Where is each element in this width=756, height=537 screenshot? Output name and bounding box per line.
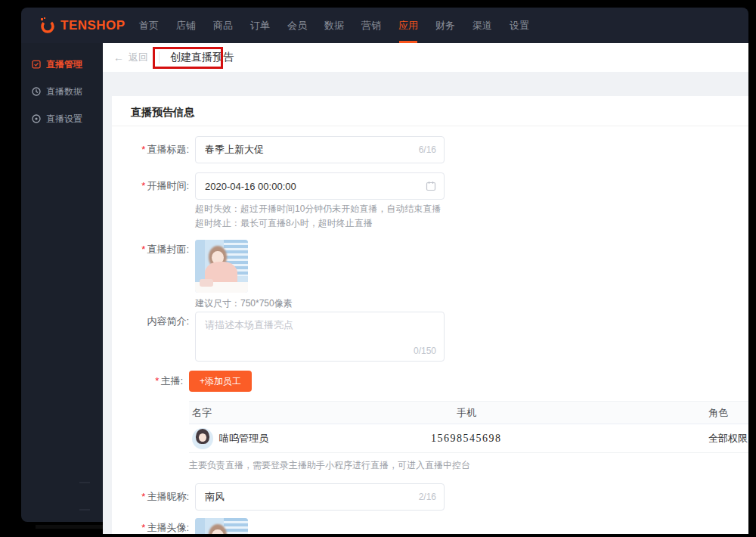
required-mark: * xyxy=(141,522,145,533)
table-row[interactable]: 喵呜管理员 15698545698 全部权限 xyxy=(189,424,748,453)
title-input-value: 春季上新大促 xyxy=(205,143,264,157)
add-staff-button[interactable]: +添加员工 xyxy=(189,371,252,392)
page-header: ← 返回 创建直播预告 xyxy=(103,43,748,72)
sidebar-faint-divider xyxy=(79,482,90,483)
cover-image[interactable] xyxy=(195,240,248,293)
field-label: *主播头像: xyxy=(112,518,195,534)
brand-name: TENSHOP xyxy=(60,18,125,33)
nav-item-finance[interactable]: 财务 xyxy=(435,8,455,43)
title-char-counter: 6/16 xyxy=(419,144,436,155)
sidebar-item-label: 直播设置 xyxy=(46,113,82,126)
nav-item-orders[interactable]: 订单 xyxy=(250,8,270,43)
top-navbar: TENSHOP 首页 店铺 商品 订单 会员 数据 营销 应用 财务 渠道 设置 xyxy=(21,8,748,43)
nickname-value: 南风 xyxy=(205,490,225,504)
broadcast-form: *直播标题: 春季上新大促 6/16 *开播时间: 2020-04-16 00:… xyxy=(112,126,748,534)
main-nav: 首页 店铺 商品 订单 会员 数据 营销 应用 财务 渠道 设置 xyxy=(139,8,529,43)
anchor-tip: 主要负责直播，需要登录主播助手小程序进行直播，可进入直播中控台 xyxy=(189,459,748,472)
main-content: ← 返回 创建直播预告 直播预告信息 *直播标题: 春季上新大促 6/16 xyxy=(103,43,748,534)
nav-item-members[interactable]: 会员 xyxy=(287,8,307,43)
nav-item-data[interactable]: 数据 xyxy=(324,8,344,43)
field-label: *主播昵称: xyxy=(112,483,195,511)
section-title: 直播预告信息 xyxy=(112,96,748,126)
sidebar: 直播管理 直播数据 直播设置 xyxy=(21,43,103,522)
back-arrow-icon[interactable]: ← xyxy=(113,51,124,64)
field-label: *主播: xyxy=(112,371,189,472)
anchor-phone: 15698545698 xyxy=(431,433,685,445)
anchor-name: 喵呜管理员 xyxy=(219,432,268,445)
field-row-cover: *直播封面: 建议尺寸：750*750像素 xyxy=(112,240,748,310)
form-card: 直播预告信息 *直播标题: 春季上新大促 6/16 *开播时间: xyxy=(112,96,748,534)
field-row-nickname: *主播昵称: 南风 2/16 xyxy=(112,483,748,511)
app-frame: TENSHOP 首页 店铺 商品 订单 会员 数据 营销 应用 财务 渠道 设置… xyxy=(0,0,756,537)
required-mark: * xyxy=(141,244,145,255)
time-tip-line: 超时终止：最长可直播8小时，超时终止直播 xyxy=(195,216,445,231)
field-label: 内容简介: xyxy=(112,312,195,362)
required-mark: * xyxy=(141,180,145,191)
field-label: *直播标题: xyxy=(112,136,195,163)
description-textarea[interactable] xyxy=(196,312,444,361)
col-header-role: 角色 xyxy=(685,406,748,420)
anchor-role: 全部权限 xyxy=(685,432,748,445)
tenshop-logo-icon xyxy=(39,17,56,34)
back-button[interactable]: 返回 xyxy=(129,51,148,64)
sidebar-item-live-data[interactable]: 直播数据 xyxy=(21,78,103,105)
nav-item-channels[interactable]: 渠道 xyxy=(472,8,492,43)
nickname-char-counter: 2/16 xyxy=(419,492,436,502)
broadcast-settings-icon xyxy=(31,113,42,124)
page-title: 创建直播预告 xyxy=(170,51,234,64)
nav-item-settings[interactable]: 设置 xyxy=(510,8,529,43)
sidebar-item-live-settings[interactable]: 直播设置 xyxy=(21,105,103,132)
cover-size-hint: 建议尺寸：750*750像素 xyxy=(195,297,293,310)
col-header-phone: 手机 xyxy=(431,406,685,420)
anchor-avatar xyxy=(192,428,213,449)
time-tips: 超时失效：超过开播时间10分钟仍未开始直播，自动结束直播 超时终止：最长可直播8… xyxy=(195,202,445,231)
anchor-table-header: 名字 手机 角色 xyxy=(189,402,748,424)
header-divider xyxy=(159,51,160,64)
nickname-input[interactable]: 南风 2/16 xyxy=(195,483,445,511)
broadcast-data-icon xyxy=(31,86,42,97)
sidebar-item-label: 直播管理 xyxy=(46,58,82,71)
col-header-name: 名字 xyxy=(189,406,431,420)
sidebar-item-live-manage[interactable]: 直播管理 xyxy=(21,51,103,78)
field-label: *直播封面: xyxy=(112,240,195,310)
nav-item-apps[interactable]: 应用 xyxy=(398,8,418,43)
field-row-description: 内容简介: 0/150 xyxy=(112,312,748,362)
field-label: *开播时间: xyxy=(112,172,195,231)
sidebar-faint-divider xyxy=(79,509,90,511)
anchor-table: 名字 手机 角色 喵呜管理员 xyxy=(189,401,748,453)
brand-logo[interactable]: TENSHOP xyxy=(39,17,129,34)
required-mark: * xyxy=(141,491,145,502)
field-row-anchor: *主播: +添加员工 名字 手机 角色 xyxy=(112,371,748,472)
calendar-icon[interactable] xyxy=(426,181,436,191)
description-char-counter: 0/150 xyxy=(414,346,436,356)
time-tip-line: 超时失效：超过开播时间10分钟仍未开始直播，自动结束直播 xyxy=(195,202,445,216)
field-row-start-time: *开播时间: 2020-04-16 00:00:00 xyxy=(112,172,748,231)
field-row-title: *直播标题: 春季上新大促 6/16 xyxy=(112,136,748,163)
nav-item-shop[interactable]: 店铺 xyxy=(176,8,196,43)
required-mark: * xyxy=(141,144,145,155)
description-textarea-wrap: 0/150 xyxy=(195,312,445,362)
anchor-avatar-image[interactable] xyxy=(195,518,248,534)
broadcast-manage-icon xyxy=(31,59,42,70)
nav-item-home[interactable]: 首页 xyxy=(139,8,159,43)
title-input[interactable]: 春季上新大促 6/16 xyxy=(195,136,445,163)
start-time-input[interactable]: 2020-04-16 00:00:00 xyxy=(195,172,445,200)
required-mark: * xyxy=(155,375,159,386)
sidebar-item-label: 直播数据 xyxy=(46,85,82,98)
nav-item-goods[interactable]: 商品 xyxy=(213,8,233,43)
nav-item-marketing[interactable]: 营销 xyxy=(361,8,381,43)
field-row-avatar: *主播头像: xyxy=(112,518,748,534)
start-time-value: 2020-04-16 00:00:00 xyxy=(205,181,296,192)
